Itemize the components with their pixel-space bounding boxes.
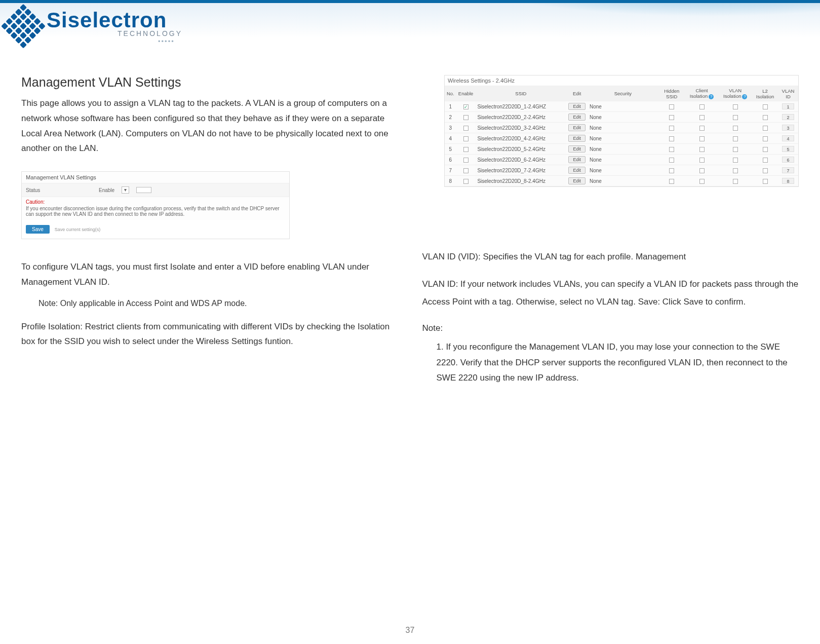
table-row: 6Siselectron22D20D_6-2.4GHzEditNone6: [445, 155, 798, 165]
l2-isolation-checkbox[interactable]: [763, 168, 768, 173]
page-body: Management VLAN Settings This page allow…: [0, 61, 820, 386]
vlan-isolation-checkbox[interactable]: [733, 179, 738, 184]
profile-isolation-paragraph: Profile Isolation: Restrict clients from…: [21, 319, 398, 350]
client-isolation-checkbox[interactable]: [699, 104, 705, 109]
edit-button[interactable]: Edit: [568, 177, 585, 184]
cell-security: None: [588, 101, 658, 112]
left-column: Management VLAN Settings This page allow…: [21, 75, 398, 386]
enable-checkbox[interactable]: [463, 126, 468, 131]
edit-button[interactable]: Edit: [568, 113, 585, 121]
hidden-ssid-checkbox[interactable]: [669, 179, 674, 184]
l2-isolation-checkbox[interactable]: [763, 104, 768, 109]
brand-name: Siselectron: [47, 8, 182, 32]
vlan-isolation-checkbox[interactable]: [733, 104, 738, 109]
wireless-settings-screenshot: Wireless Settings - 2.4GHz No. Enable SS…: [444, 75, 799, 187]
hidden-ssid-checkbox[interactable]: [669, 147, 674, 152]
enable-checkbox[interactable]: [463, 158, 468, 163]
mgmt-shot-title: Management VLAN Settings: [22, 172, 289, 183]
page-header: Siselectron TECHNOLOGY •••••: [0, 0, 820, 61]
wireless-table-header-row: No. Enable SSID Edit Security Hidden SSI…: [445, 86, 798, 101]
hidden-ssid-checkbox[interactable]: [669, 104, 674, 109]
edit-button[interactable]: Edit: [568, 135, 585, 142]
cell-no: 2: [445, 112, 456, 123]
enable-checkbox[interactable]: [463, 115, 468, 120]
col-security: Security: [588, 86, 658, 101]
hidden-ssid-checkbox[interactable]: [669, 158, 674, 163]
help-icon[interactable]: ?: [742, 94, 747, 99]
enable-checkbox[interactable]: [463, 147, 468, 152]
vlan-isolation-checkbox[interactable]: [733, 126, 738, 131]
client-isolation-checkbox[interactable]: [699, 179, 705, 184]
hidden-ssid-checkbox[interactable]: [669, 126, 674, 131]
edit-button[interactable]: Edit: [568, 145, 585, 153]
vlan-isolation-checkbox[interactable]: [733, 147, 738, 152]
cell-no: 4: [445, 133, 456, 144]
vlan-isolation-checkbox[interactable]: [733, 115, 738, 120]
vlan-id-input[interactable]: 1: [782, 103, 794, 109]
cell-security: None: [588, 112, 658, 123]
l2-isolation-checkbox[interactable]: [763, 158, 768, 163]
hidden-ssid-checkbox[interactable]: [669, 136, 674, 141]
intro-paragraph: This page allows you to assign a VLAN ta…: [21, 96, 398, 156]
mgmt-enable-select[interactable]: ▾: [122, 186, 129, 194]
col-l2-iso: L2 Isolation: [752, 86, 778, 101]
mgmt-caution-label: Caution:: [26, 199, 45, 205]
table-row: 5Siselectron22D20D_5-2.4GHzEditNone5: [445, 144, 798, 155]
enable-checkbox[interactable]: [463, 104, 468, 109]
cell-ssid: Siselectron22D20D_4-2.4GHz: [475, 133, 566, 144]
hidden-ssid-checkbox[interactable]: [669, 115, 674, 120]
header-swoosh: [263, 0, 820, 59]
enable-checkbox[interactable]: [463, 179, 468, 184]
vlan-id-input[interactable]: 8: [782, 178, 794, 184]
mgmt-save-button[interactable]: Save: [26, 225, 50, 234]
vlan-id-input[interactable]: 7: [782, 167, 794, 173]
page-number: 37: [0, 626, 820, 635]
edit-button[interactable]: Edit: [568, 167, 585, 174]
vlan-id-input[interactable]: 5: [782, 146, 794, 152]
client-isolation-checkbox[interactable]: [699, 115, 705, 120]
cell-security: None: [588, 144, 658, 155]
hidden-ssid-checkbox[interactable]: [669, 168, 674, 173]
edit-button[interactable]: Edit: [568, 103, 585, 110]
client-isolation-checkbox[interactable]: [699, 147, 705, 152]
client-isolation-checkbox[interactable]: [699, 158, 705, 163]
table-row: 8Siselectron22D20D_8-2.4GHzEditNone8: [445, 176, 798, 186]
cell-security: None: [588, 155, 658, 165]
cell-no: 1: [445, 101, 456, 112]
edit-button[interactable]: Edit: [568, 124, 585, 131]
vlan-isolation-checkbox[interactable]: [733, 168, 738, 173]
col-enable: Enable: [456, 86, 476, 101]
vlan-isolation-checkbox[interactable]: [733, 158, 738, 163]
logo-mark-icon: [1, 4, 47, 50]
enable-checkbox[interactable]: [463, 136, 468, 141]
vlan-id-input[interactable]: 2: [782, 114, 794, 120]
cell-security: None: [588, 133, 658, 144]
l2-isolation-checkbox[interactable]: [763, 115, 768, 120]
edit-button[interactable]: Edit: [568, 156, 585, 163]
mgmt-save-hint: Save current setting(s): [55, 227, 101, 232]
vlan-id-input[interactable]: 6: [782, 157, 794, 163]
cell-ssid: Siselectron22D20D_3-2.4GHz: [475, 123, 566, 133]
mgmt-vlan-id-input[interactable]: [136, 187, 151, 193]
l2-isolation-checkbox[interactable]: [763, 179, 768, 184]
vlan-id-input[interactable]: 4: [782, 135, 794, 141]
l2-isolation-checkbox[interactable]: [763, 136, 768, 141]
client-isolation-checkbox[interactable]: [699, 168, 705, 173]
enable-checkbox[interactable]: [463, 168, 468, 173]
mgmt-vlan-screenshot: Management VLAN Settings Status Enable ▾…: [21, 171, 290, 239]
client-isolation-checkbox[interactable]: [699, 136, 705, 141]
client-isolation-checkbox[interactable]: [699, 126, 705, 131]
cell-no: 8: [445, 176, 456, 186]
brand-dots-row: •••••: [158, 37, 182, 45]
cell-no: 7: [445, 165, 456, 176]
table-row: 4Siselectron22D20D_4-2.4GHzEditNone4: [445, 133, 798, 144]
l2-isolation-checkbox[interactable]: [763, 147, 768, 152]
table-row: 3Siselectron22D20D_3-2.4GHzEditNone3: [445, 123, 798, 133]
vlan-id-input[interactable]: 3: [782, 125, 794, 131]
cell-ssid: Siselectron22D20D_1-2.4GHZ: [475, 101, 566, 112]
configure-paragraph: To configure VLAN tags, you must first I…: [21, 259, 398, 290]
help-icon[interactable]: ?: [709, 94, 714, 99]
l2-isolation-checkbox[interactable]: [763, 126, 768, 131]
vlan-isolation-checkbox[interactable]: [733, 136, 738, 141]
cell-ssid: Siselectron22D20D_5-2.4GHz: [475, 144, 566, 155]
